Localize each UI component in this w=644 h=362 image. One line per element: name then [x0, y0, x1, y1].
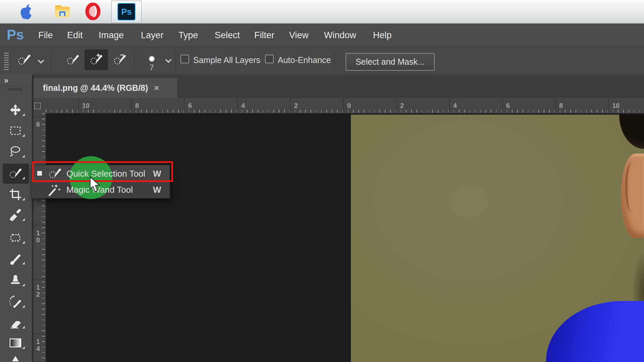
ruler-major-tick	[34, 225, 45, 226]
tool-flyout-corner-icon	[22, 134, 25, 137]
tools-panel: »	[0, 74, 32, 362]
sample-all-layers-label[interactable]: Sample All Layers	[193, 55, 260, 65]
ruler-major-tick	[34, 279, 45, 280]
chevron-down-icon[interactable]	[37, 59, 45, 64]
separator	[134, 51, 135, 71]
ruler-label: 4	[241, 102, 245, 110]
flyout-item-shortcut: W	[153, 185, 161, 195]
tool-flyout-corner-icon	[22, 346, 25, 349]
opera-icon[interactable]	[85, 0, 101, 23]
document-tab-bar: final.png @ 44.4% (RGB/8) ×	[34, 74, 644, 98]
photoshop-logo: Ps	[7, 27, 24, 43]
quick-selection-add-icon	[89, 53, 104, 66]
ruler-label: 8	[135, 102, 139, 110]
ruler-major-tick	[34, 334, 45, 334]
menu-bar: Ps FileEditImageLayerTypeSelectFilterVie…	[0, 23, 644, 47]
chevron-down-icon[interactable]	[164, 59, 172, 63]
magic-wand-icon	[45, 183, 62, 197]
tool-eraser[interactable]	[9, 316, 22, 329]
tool-flyout-corner-icon	[22, 262, 25, 264]
document-image[interactable]	[351, 115, 644, 362]
tool-brush[interactable]	[9, 252, 22, 265]
tool-healing-patch[interactable]	[9, 231, 22, 244]
tool-flyout-corner-icon	[22, 326, 25, 328]
panel-grip[interactable]	[8, 88, 23, 91]
tool-partial-bottom[interactable]	[12, 356, 19, 361]
menu-type[interactable]: Type	[178, 30, 198, 41]
tool-eyedropper[interactable]	[9, 208, 22, 222]
ruler-major-tick	[343, 98, 344, 113]
canvas-pasteboard[interactable]	[46, 113, 644, 362]
divider	[0, 86, 32, 87]
auto-enhance-checkbox[interactable]	[265, 55, 274, 63]
os-taskbar: Ps	[0, 0, 644, 24]
menu-help[interactable]: Help	[373, 30, 392, 41]
ruler-label: 6	[36, 121, 43, 128]
ruler-label: 6	[188, 102, 192, 110]
ruler-label: 10	[36, 230, 43, 244]
tool-preset-button[interactable]	[13, 49, 35, 70]
sample-all-layers-checkbox[interactable]	[180, 55, 189, 63]
new-selection-mode-button[interactable]	[62, 49, 83, 70]
ruler-major-tick	[184, 98, 185, 113]
mouse-cursor	[89, 176, 101, 194]
photoshop-taskbar-button[interactable]: Ps	[111, 1, 142, 23]
tool-move[interactable]	[9, 103, 22, 117]
ruler-major-tick	[131, 98, 132, 113]
ruler-major-tick	[237, 98, 238, 113]
tool-gradient[interactable]	[9, 336, 22, 350]
menu-edit[interactable]: Edit	[67, 30, 83, 41]
ruler-major-tick	[555, 98, 556, 113]
ruler-major-tick	[449, 98, 450, 113]
menu-view[interactable]: View	[289, 30, 309, 41]
ruler-label: 8	[559, 102, 563, 110]
menu-filter[interactable]: Filter	[254, 30, 274, 41]
add-to-selection-mode-button[interactable]	[85, 49, 108, 70]
apple-icon[interactable]	[17, 0, 33, 23]
ruler-label: 6	[506, 102, 510, 110]
brush-tip-preview[interactable]	[149, 56, 155, 62]
tool-flyout-corner-icon	[22, 155, 25, 158]
menu-window[interactable]: Window	[324, 30, 356, 41]
ruler-major-tick	[396, 98, 397, 113]
tool-history-brush[interactable]	[9, 295, 22, 308]
brush-size-value: 7	[150, 63, 154, 72]
select-and-mask-button[interactable]: Select and Mask...	[345, 53, 435, 71]
menu-file[interactable]: File	[38, 30, 53, 41]
ruler-label: 2	[400, 102, 404, 110]
ruler-major-tick	[78, 98, 79, 113]
document-tab-title: final.png @ 44.4% (RGB/8)	[43, 83, 148, 93]
options-grip-handle[interactable]	[4, 53, 9, 70]
document-tab[interactable]: final.png @ 44.4% (RGB/8) ×	[34, 78, 177, 98]
annotation-highlight-rectangle	[32, 161, 173, 182]
menu-select[interactable]: Select	[215, 30, 240, 41]
close-tab-icon[interactable]: ×	[154, 83, 159, 93]
tool-quick-selection[interactable]	[9, 167, 22, 180]
vertical-ruler[interactable]: 68101214	[34, 113, 46, 362]
menu-image[interactable]: Image	[99, 30, 124, 41]
tool-rectangular-marquee[interactable]	[9, 124, 22, 137]
separator	[334, 51, 335, 71]
ruler-label: 2	[294, 102, 298, 110]
tool-crop[interactable]	[9, 188, 22, 201]
quick-selection-new-icon	[65, 53, 80, 66]
file-explorer-icon[interactable]	[54, 0, 71, 23]
auto-enhance-label[interactable]: Auto-Enhance	[278, 55, 331, 65]
horizontal-ruler[interactable]: 1086420246810	[34, 98, 644, 114]
tool-clone-stamp[interactable]	[9, 274, 22, 287]
photo-hair	[619, 115, 644, 149]
menu-layer[interactable]: Layer	[141, 30, 164, 41]
ruler-major-tick	[290, 98, 291, 113]
collapse-panel-icon[interactable]: »	[4, 76, 8, 85]
ruler-major-tick	[608, 98, 609, 113]
tool-flyout-corner-icon	[22, 284, 25, 286]
subtract-from-selection-mode-button[interactable]	[109, 49, 130, 70]
ruler-major-tick	[502, 98, 503, 113]
ruler-label: 0	[347, 102, 351, 110]
separator	[51, 51, 52, 71]
tool-lasso[interactable]	[9, 145, 22, 158]
quick-selection-subtract-icon	[112, 53, 127, 66]
ruler-origin-icon[interactable]	[34, 103, 41, 109]
tool-flyout-corner-icon	[22, 241, 25, 244]
ruler-major-tick	[34, 116, 45, 117]
